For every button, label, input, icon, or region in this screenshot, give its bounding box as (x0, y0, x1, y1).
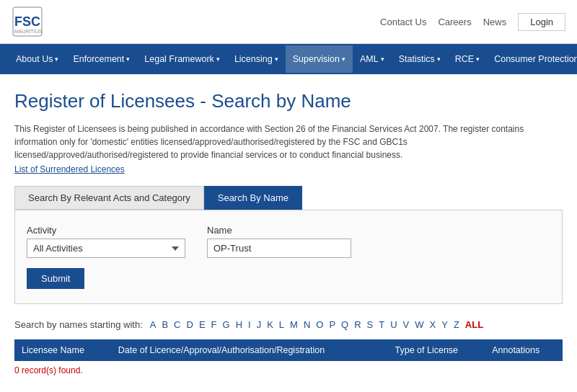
alpha-link-x[interactable]: X (428, 318, 438, 331)
alpha-link-c[interactable]: C (172, 318, 182, 331)
results-table: Licensee Name Date of Licence/Approval/A… (14, 339, 563, 361)
search-form-box: Activity All Activities Name Submit (14, 210, 563, 304)
surrendered-licences-link[interactable]: List of Surrendered Licences (14, 164, 125, 174)
svg-text:MAURITIUS: MAURITIUS (14, 29, 43, 34)
alpha-link-w[interactable]: W (413, 318, 425, 331)
tab-search-by-acts[interactable]: Search By Relevant Acts and Category (14, 186, 204, 210)
alpha-link-l[interactable]: L (278, 318, 286, 331)
table-header-annotations: Annotations (485, 339, 563, 361)
statistics-arrow-icon: ▾ (437, 55, 441, 63)
nav-label-statistics: Statistics (399, 54, 435, 64)
alpha-link-a[interactable]: A (149, 318, 158, 331)
table-header-licensee-name: Licensee Name (14, 339, 111, 361)
activity-form-group: Activity All Activities (27, 225, 185, 258)
tab-container: Search By Relevant Acts and Category Sea… (14, 186, 563, 210)
alpha-link-y[interactable]: Y (440, 318, 449, 331)
page-description: This Register of Licensees is being publ… (14, 122, 563, 161)
aml-arrow-icon: ▾ (381, 55, 384, 63)
alpha-link-g[interactable]: G (221, 318, 232, 331)
nav-label-supervision: Supervision (293, 54, 340, 64)
submit-button[interactable]: Submit (27, 268, 84, 289)
about-us-arrow-icon: ▾ (55, 55, 58, 63)
nav-item-legal-framework[interactable]: Legal Framework ▾ (137, 45, 227, 73)
nav-label-rce: RCE (455, 54, 474, 64)
form-row: Activity All Activities Name (27, 225, 550, 258)
alpha-link-all[interactable]: ALL (464, 318, 485, 331)
name-input[interactable] (207, 239, 351, 258)
page-title: Register of Licensees - Search by Name (14, 90, 563, 112)
careers-link[interactable]: Careers (438, 17, 471, 27)
licensing-arrow-icon: ▾ (275, 55, 278, 63)
nav-label-aml: AML (360, 54, 379, 64)
alpha-search-label: Search by names starting with: (14, 319, 143, 330)
nav-label-legal-framework: Legal Framework (144, 54, 214, 64)
top-bar: FSC MAURITIUS Contact Us Careers News Lo… (0, 0, 577, 44)
nav-label-enforcement: Enforcement (73, 54, 124, 64)
alpha-link-k[interactable]: K (265, 318, 275, 331)
rce-arrow-icon: ▾ (476, 55, 480, 63)
alpha-link-i[interactable]: I (247, 318, 252, 331)
alpha-link-n[interactable]: N (302, 318, 312, 331)
tab-search-by-name[interactable]: Search By Name (204, 186, 302, 210)
nav-item-supervision[interactable]: Supervision ▾ (286, 45, 353, 73)
enforcement-arrow-icon: ▾ (126, 55, 130, 63)
nav-label-about-us: About Us (16, 54, 53, 64)
nav-item-licensing[interactable]: Licensing ▾ (227, 45, 286, 73)
alpha-link-q[interactable]: Q (340, 318, 350, 331)
nav-bar: About Us ▾ Enforcement ▾ Legal Framework… (0, 44, 577, 74)
alpha-link-j[interactable]: J (255, 318, 263, 331)
logo-area: FSC MAURITIUS (12, 6, 48, 37)
alpha-search: Search by names starting with: A B C D E… (14, 318, 563, 331)
nav-label-licensing: Licensing (234, 54, 273, 64)
supervision-arrow-icon: ▾ (342, 55, 345, 63)
table-header-type: Type of License (387, 339, 485, 361)
table-header-date: Date of Licence/Approval/Authorisation/R… (111, 339, 388, 361)
alpha-link-e[interactable]: E (198, 318, 207, 331)
nav-item-about-us[interactable]: About Us ▾ (9, 45, 66, 73)
activity-label: Activity (27, 225, 185, 236)
alpha-link-z[interactable]: Z (452, 318, 461, 331)
alpha-link-p[interactable]: P (327, 318, 337, 331)
contact-us-link[interactable]: Contact Us (380, 17, 426, 27)
page-content: Register of Licensees - Search by Name T… (0, 74, 577, 387)
nav-item-enforcement[interactable]: Enforcement ▾ (66, 45, 137, 73)
alpha-link-r[interactable]: R (353, 318, 362, 331)
alpha-link-v[interactable]: V (402, 318, 411, 331)
nav-label-consumer-protection: Consumer Protection (494, 54, 577, 64)
nav-item-rce[interactable]: RCE ▾ (448, 45, 487, 73)
activity-select[interactable]: All Activities (27, 239, 185, 258)
fsc-logo-icon: FSC MAURITIUS (12, 6, 43, 37)
name-form-group: Name (207, 225, 351, 258)
alpha-link-b[interactable]: B (160, 318, 169, 331)
name-label: Name (207, 225, 351, 236)
alpha-link-s[interactable]: S (366, 318, 375, 331)
nav-item-consumer-protection[interactable]: Consumer Protection ▾ (487, 45, 577, 73)
nav-item-statistics[interactable]: Statistics ▾ (392, 45, 448, 73)
alpha-link-h[interactable]: H (234, 318, 244, 331)
top-links: Contact Us Careers News Login (380, 13, 565, 31)
svg-text:FSC: FSC (14, 14, 40, 29)
legal-framework-arrow-icon: ▾ (216, 55, 220, 63)
login-button[interactable]: Login (518, 13, 565, 31)
nav-item-aml[interactable]: AML ▾ (353, 45, 392, 73)
alpha-link-m[interactable]: M (288, 318, 299, 331)
alpha-link-u[interactable]: U (389, 318, 398, 331)
results-count: 0 record(s) found. (14, 365, 563, 375)
news-link[interactable]: News (483, 17, 507, 27)
alpha-link-f[interactable]: F (210, 318, 219, 331)
alpha-link-o[interactable]: O (314, 318, 325, 331)
alpha-link-d[interactable]: D (185, 318, 194, 331)
alpha-link-t[interactable]: T (377, 318, 386, 331)
